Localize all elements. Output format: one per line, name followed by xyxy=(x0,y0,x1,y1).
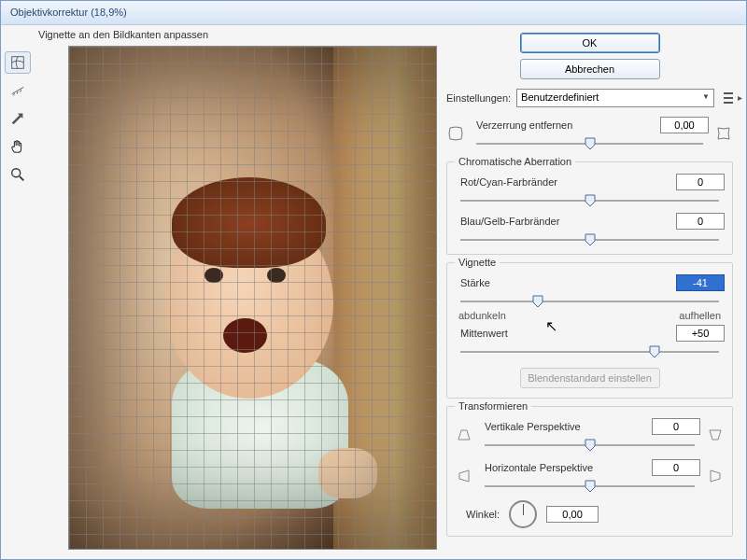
red-cyan-input[interactable] xyxy=(676,174,725,190)
chromatic-group: Chromatische Aberration Rot/Cyan-Farbrän… xyxy=(446,161,733,255)
vpersp-input[interactable] xyxy=(652,418,700,435)
strength-label: Stärke xyxy=(455,277,490,288)
vpersp-top-icon[interactable] xyxy=(455,426,473,444)
distortion-tool-icon[interactable] xyxy=(5,51,31,74)
settings-menu-icon[interactable] xyxy=(720,92,733,104)
grid-overlay xyxy=(69,47,436,549)
red-cyan-label: Rot/Cyan-Farbränder xyxy=(455,176,557,188)
strength-left-label: abdunkeln xyxy=(458,310,506,321)
strength-right-label: aufhellen xyxy=(679,310,721,321)
zoom-tool-icon[interactable] xyxy=(5,163,31,186)
angle-label: Winkel: xyxy=(460,509,500,520)
red-cyan-slider[interactable] xyxy=(460,192,719,209)
svg-point-1 xyxy=(12,169,21,177)
straighten-tool-icon[interactable] xyxy=(5,79,31,102)
ok-button[interactable]: OK xyxy=(520,33,660,53)
svg-rect-0 xyxy=(12,57,24,69)
toolstrip xyxy=(1,46,35,550)
vpersp-label: Vertikale Perspektive xyxy=(479,421,581,432)
content: Vignette an den Bildkanten anpassen xyxy=(1,25,746,559)
transform-title: Transformieren xyxy=(455,400,531,412)
settings-label: Einstellungen: xyxy=(446,92,511,104)
cancel-button[interactable]: Abbrechen xyxy=(520,59,660,79)
hpersp-input[interactable] xyxy=(652,459,700,476)
blend-default-button: Blendenstandard einstellen xyxy=(520,368,660,388)
pincushion-icon[interactable] xyxy=(714,124,733,143)
midpoint-label: Mittenwert xyxy=(455,328,508,339)
vignette-title: Vignette xyxy=(455,257,500,268)
hpersp-right-icon[interactable] xyxy=(706,467,725,485)
controls-panel: OK Abbrechen Einstellungen: Benutzerdefi… xyxy=(437,25,746,559)
settings-dropdown[interactable]: Benutzerdefiniert xyxy=(516,89,714,107)
midpoint-input[interactable] xyxy=(676,325,725,342)
svg-line-2 xyxy=(20,176,24,181)
preview-header: Vignette an den Bildkanten anpassen xyxy=(1,25,437,46)
vpersp-bottom-icon[interactable] xyxy=(706,426,725,444)
blue-yellow-input[interactable] xyxy=(676,213,725,230)
vpersp-slider[interactable] xyxy=(485,437,695,454)
distortion-label: Verzerrung entfernen xyxy=(471,119,572,131)
angle-input[interactable] xyxy=(546,506,599,523)
titlebar: Objektivkorrektur (18,9%) xyxy=(1,1,746,25)
strength-input[interactable] xyxy=(676,274,725,291)
blue-yellow-slider[interactable] xyxy=(460,231,719,248)
dialog-window: Objektivkorrektur (18,9%) Vignette an de… xyxy=(0,0,747,560)
barrel-icon[interactable] xyxy=(446,124,465,143)
hpersp-label: Horizontale Perspektive xyxy=(479,462,593,473)
preview-canvas[interactable] xyxy=(68,46,437,550)
hpersp-slider[interactable] xyxy=(485,478,695,495)
midpoint-slider[interactable] xyxy=(460,343,719,360)
angle-dial[interactable] xyxy=(509,500,537,528)
window-title: Objektivkorrektur (18,9%) xyxy=(10,7,127,18)
move-grid-tool-icon[interactable] xyxy=(5,107,31,130)
hand-tool-icon[interactable] xyxy=(5,135,31,158)
distortion-slider[interactable] xyxy=(476,135,703,152)
distortion-input[interactable] xyxy=(660,117,709,133)
left-column: Vignette an den Bildkanten anpassen xyxy=(1,25,437,559)
vignette-group: Vignette Stärke abdunkeln aufhellen Mitt… xyxy=(446,262,733,399)
transform-group: Transformieren Vertikale Perspektive xyxy=(446,406,733,537)
strength-slider[interactable] xyxy=(460,293,719,310)
hpersp-left-icon[interactable] xyxy=(455,467,473,485)
chromatic-title: Chromatische Aberration xyxy=(455,156,575,167)
blue-yellow-label: Blau/Gelb-Farbränder xyxy=(455,216,559,227)
